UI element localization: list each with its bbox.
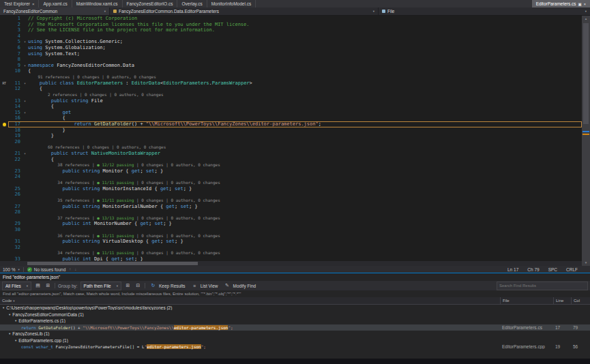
code-line[interactable]: 33 public int Dpi { get; set; }	[0, 256, 582, 261]
find-result-row[interactable]: const wchar_t FancyZonesEditorParameters…	[0, 344, 590, 350]
modify-find-button[interactable]: ✎ Modify Find	[222, 282, 258, 290]
code-line[interactable]: 16 {	[0, 115, 582, 121]
collapse-arrow-icon[interactable]: ▾	[15, 339, 16, 342]
find-result-row-selected[interactable]: return GetDataFolder() + "\\Microsoft\\P…	[0, 324, 590, 331]
codelens-row[interactable]: 37 references | ● 13/13 passing | 0 chan…	[0, 215, 582, 222]
current-find-result-line[interactable]: 17 return GetDataFolder() + "\\Microsoft…	[0, 121, 582, 127]
code-line[interactable]: 31 public string VirtualDesktop { get; s…	[0, 239, 582, 245]
fold-marker-icon[interactable]: ▾	[22, 39, 28, 45]
horizontal-scrollbar-thumb[interactable]	[27, 262, 198, 265]
column-header-code[interactable]: Code ▾	[0, 297, 500, 304]
code-line[interactable]: 10{	[0, 68, 582, 74]
vertical-scrollbar-thumb[interactable]	[583, 23, 589, 124]
code-line[interactable]: 5▾using System.Collections.Generic;	[0, 39, 582, 45]
code-line[interactable]: 4	[0, 33, 582, 40]
line-indicator[interactable]: Ln 17	[507, 267, 518, 272]
scroll-up-arrow-icon[interactable]: ▲	[582, 16, 590, 22]
find-result-group-row[interactable]: ▾FancyZonesEditorCommon\Data (1)	[0, 312, 590, 318]
member-dropdown[interactable]: File ▾	[378, 7, 590, 15]
code-line[interactable]: 6using System.Globalization;	[0, 45, 582, 51]
codelens-row[interactable]: 36 references | ● 11/11 passing | 0 chan…	[0, 233, 582, 239]
arrow-down-icon[interactable]: ↓	[74, 267, 76, 271]
collapse-all-icon[interactable]: ⊟	[134, 282, 142, 290]
keep-results-button[interactable]: ↻ Keep Results	[148, 282, 187, 290]
document-tab[interactable]: App.xaml.cs	[39, 0, 72, 7]
column-header-file[interactable]: File	[500, 297, 553, 304]
column-header-line[interactable]: Line	[553, 297, 571, 304]
code-line[interactable]: 2// The Microsoft Corporation licenses t…	[0, 22, 582, 28]
collapse-arrow-icon[interactable]: ▾	[9, 332, 10, 335]
zoom-control[interactable]: 100 % ▾	[3, 267, 20, 272]
type-dropdown[interactable]: FancyZonesEditorCommon.Data.EditorParame…	[110, 7, 378, 15]
code-line[interactable]: 30	[0, 227, 582, 233]
code-line[interactable]: 24	[0, 174, 582, 180]
close-icon[interactable]: ×	[32, 2, 35, 6]
code-health-indicator[interactable]: ✓ No issues found	[27, 267, 66, 272]
code-line[interactable]: 14 {	[0, 104, 582, 110]
code-line[interactable]: 19 }	[0, 133, 582, 139]
fold-marker-icon[interactable]: ▾	[22, 80, 28, 87]
find-result-group-row[interactable]: ▾EditorParameters.cs (1)	[0, 318, 590, 324]
code-line[interactable]: 29 public int MonitorNumber { get; set; …	[0, 221, 582, 227]
collapse-arrow-icon[interactable]: ▾	[15, 319, 16, 322]
files-icon[interactable]: ▤	[34, 282, 42, 290]
code-line[interactable]: 3// See the LICENSE file in the project …	[0, 27, 582, 33]
document-tab[interactable]: MainWindow.xaml.cs	[72, 0, 123, 7]
keep-open-icon[interactable]: ▣	[578, 2, 582, 6]
codelens-row[interactable]: 34 references | ● 11/11 passing | 0 chan…	[0, 180, 582, 186]
line-ending-indicator[interactable]: CRLF	[566, 267, 578, 272]
spaces-indicator[interactable]: SPC	[548, 267, 557, 272]
quick-actions-lightbulb-icon[interactable]	[3, 123, 6, 126]
codelens-row[interactable]: 91 references | 0 changes | 0 authors, 0…	[0, 74, 582, 80]
find-result-group-row[interactable]: ▾FancyZonesLib (1)	[0, 331, 590, 337]
search-find-results-input[interactable]	[497, 282, 588, 290]
scroll-down-arrow-icon[interactable]: ▼	[582, 260, 590, 266]
find-result-group-row[interactable]: ▾C:\Users\zhaopengwang\Desktop\powertoys…	[0, 305, 590, 312]
codelens-row[interactable]: 35 references | ● 11/11 passing | 0 chan…	[0, 198, 582, 204]
code-line[interactable]: 9▾namespace FancyZonesEditorCommon.Data	[0, 63, 582, 69]
expand-all-icon[interactable]: ⊞	[124, 282, 132, 290]
collapse-arrow-icon[interactable]: ▾	[3, 306, 4, 309]
document-tab[interactable]: Overlay.cs	[177, 0, 207, 7]
codelens-row[interactable]: 34 references | ● 11/11 passing | 0 chan…	[0, 250, 582, 256]
document-tab[interactable]: FancyZonesEditorIO.cs	[123, 0, 178, 7]
column-header-col[interactable]: Col	[571, 297, 590, 304]
code-line[interactable]: 15▾ get	[0, 110, 582, 116]
vertical-scrollbar-track[interactable]	[582, 22, 590, 260]
code-line[interactable]: 13▾ public string File	[0, 98, 582, 104]
codelens-row[interactable]: 60 references | 0 changes | 0 authors, 0…	[0, 145, 582, 151]
find-result-group-row[interactable]: ▾EditorParameters.cpp (1)	[0, 337, 590, 344]
code-line[interactable]: 12 {	[0, 86, 582, 92]
code-editor[interactable]: 1// Copyright (c) Microsoft Corporation2…	[0, 16, 582, 261]
fold-marker-icon[interactable]: ▾	[22, 63, 28, 69]
code-line[interactable]: 22 {	[0, 157, 582, 163]
code-line[interactable]: 23 public string Monitor { get; set; }	[0, 168, 582, 175]
code-line[interactable]: 21▾ public struct NativeMonitorDataWrapp…	[0, 151, 582, 157]
codelens-row[interactable]: 38 references | ● 12/12 passing | 0 chan…	[0, 162, 582, 168]
arrow-up-icon[interactable]: ↑	[69, 267, 71, 271]
fold-marker-icon[interactable]: ▾	[22, 110, 28, 116]
project-dropdown[interactable]: FancyZonesEditorCommon ▾	[0, 7, 110, 15]
close-icon[interactable]: ×	[584, 2, 586, 6]
codelens-row[interactable]: 2 references | 0 changes | 0 authors, 0 …	[0, 92, 582, 98]
collapse-arrow-icon[interactable]: ▾	[9, 313, 10, 316]
code-line[interactable]: 7using System.Text;	[0, 51, 582, 57]
code-line[interactable]: 8	[0, 57, 582, 63]
column-indicator[interactable]: Ch 79	[527, 267, 539, 272]
code-line[interactable]: 20	[0, 139, 582, 145]
code-line[interactable]: 1// Copyright (c) Microsoft Corporation	[0, 16, 582, 22]
code-line[interactable]: 27 public string MonitorSerialNumber { g…	[0, 204, 582, 210]
document-tab-active[interactable]: EditorParameters.cs ▣ ×	[532, 0, 590, 7]
vertical-scrollbar[interactable]: ▲ ▼	[582, 16, 590, 266]
code-line[interactable]: 28	[0, 209, 582, 215]
fold-marker-icon[interactable]: ▾	[22, 98, 28, 104]
code-line[interactable]: 18 }	[0, 127, 582, 134]
fold-marker-icon[interactable]: ▾	[22, 151, 28, 157]
document-tab[interactable]: MonitorInfoModel.cs	[207, 0, 256, 7]
document-tab[interactable]: Test Explorer×	[0, 0, 39, 7]
find-results-panel-header[interactable]: Find "editor-parameters.json"	[0, 273, 590, 281]
options-icon[interactable]: ⊞	[44, 282, 52, 290]
code-line[interactable]: 25 public string MonitorInstanceId { get…	[0, 186, 582, 192]
code-line[interactable]: 32	[0, 245, 582, 251]
code-line[interactable]: RT11▾ public class EditorParameters : Ed…	[0, 80, 582, 87]
